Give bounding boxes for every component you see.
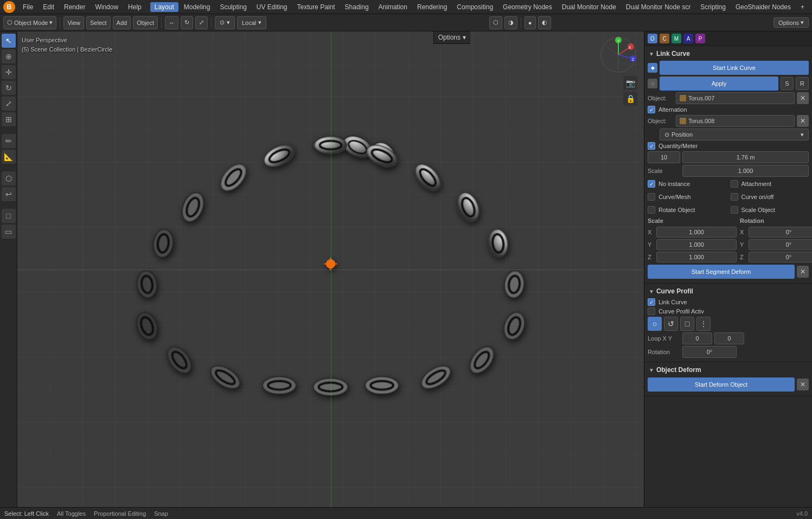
material-shade-btn[interactable]: ◐ <box>538 16 551 29</box>
start-deform-object-btn[interactable]: Start Deform Object <box>648 377 795 392</box>
object1-clear-btn[interactable]: ✕ <box>797 92 809 104</box>
custom-shape-btn[interactable]: ⋮ <box>696 317 711 331</box>
pivot-dropdown[interactable]: ⊙ ▾ <box>215 16 235 29</box>
attachment-checkbox[interactable] <box>731 180 738 188</box>
panel-icon-constraint[interactable]: C <box>660 34 669 43</box>
quantity-meter-checkbox[interactable]: ✓ <box>648 142 655 150</box>
transform-tool[interactable]: ⊞ <box>2 112 16 126</box>
viewport-options-btn[interactable]: Options ▾ <box>433 31 470 44</box>
curve-profil-activ-checkbox[interactable] <box>648 307 655 315</box>
tab-dual-monitor-scr[interactable]: Dual Monitor Node scr <box>622 2 695 12</box>
meter-input[interactable] <box>682 151 809 163</box>
zoom-camera-icon[interactable]: 📷 <box>623 76 637 90</box>
loop-y-input[interactable] <box>714 332 744 344</box>
panel-icon-particles[interactable]: P <box>695 34 705 43</box>
panel-icon-active[interactable]: A <box>683 34 693 43</box>
tab-sculpting[interactable]: Sculpting <box>215 2 251 12</box>
rotate-btn[interactable]: ↻ <box>181 16 193 29</box>
tab-animation[interactable]: Animation <box>374 2 412 12</box>
overlay-toggle[interactable]: ⬡ <box>489 16 502 29</box>
scale-object-checkbox[interactable] <box>731 206 738 214</box>
move-tool[interactable]: ✛ <box>2 65 16 79</box>
apply-s-btn[interactable]: S <box>781 77 794 90</box>
apply-btn[interactable]: Apply <box>660 76 778 91</box>
curve-profil-header[interactable]: ▼ Curve Profil <box>648 286 809 297</box>
panel-icon-modifier[interactable]: M <box>672 34 681 43</box>
object-deform-header[interactable]: ▼ Object Deform <box>648 364 809 375</box>
tab-rendering[interactable]: Rendering <box>413 2 451 12</box>
options-btn[interactable]: Options ▾ <box>773 17 809 28</box>
lock-camera-icon[interactable]: 🔒 <box>623 92 637 106</box>
add-object-tool[interactable]: ⬡ <box>2 171 16 185</box>
annotate-tool[interactable]: ✏ <box>2 134 16 148</box>
no-instance-checkbox[interactable]: ✓ <box>648 180 655 188</box>
tab-layout[interactable]: Layout <box>150 2 178 12</box>
rotation-loop-input[interactable] <box>682 346 737 358</box>
rotate-object-checkbox[interactable] <box>648 206 655 214</box>
rotate-tool[interactable]: ↻ <box>2 81 16 95</box>
select-menu[interactable]: Select <box>86 16 111 29</box>
cursor-tool[interactable]: ⊕ <box>2 49 16 63</box>
object2-value-field[interactable]: Torus.008 <box>676 115 795 127</box>
navigation-gizmo[interactable]: X Y Z <box>599 36 637 74</box>
tab-scripting[interactable]: Scripting <box>696 2 730 12</box>
add-menu[interactable]: Add <box>113 16 131 29</box>
square-shape-btn[interactable]: □ <box>680 317 694 331</box>
transform-space-dropdown[interactable]: Local ▾ <box>237 16 266 29</box>
scale-y-input[interactable] <box>656 239 737 250</box>
transform-btn[interactable]: ↔ <box>165 16 178 29</box>
arc-shape-btn[interactable]: ↺ <box>664 317 678 331</box>
tab-shading[interactable]: Shading <box>341 2 373 12</box>
select-tool[interactable]: ↖ <box>2 34 16 48</box>
curve-mesh-checkbox[interactable] <box>648 193 655 201</box>
scale-btn[interactable]: ⤢ <box>195 16 208 29</box>
link-curve-header[interactable]: ▼ Link Curve <box>648 48 809 59</box>
history-tool[interactable]: ↩ <box>2 187 16 201</box>
apply-r-btn[interactable]: R <box>796 77 809 90</box>
viewport[interactable]: User Perspective (5) Scene Collection | … <box>17 31 644 507</box>
scale-tool[interactable]: ⤢ <box>2 97 16 111</box>
curve-on-off-checkbox[interactable] <box>731 193 738 201</box>
shape-icons-row: ○ ↺ □ ⋮ <box>648 317 809 331</box>
start-segment-deform-btn[interactable]: Start Segment Deform <box>648 265 795 279</box>
tab-geoshaider[interactable]: GeoShaider Nodes <box>731 2 795 12</box>
tab-modeling[interactable]: Modeling <box>180 2 215 12</box>
extra-tool1[interactable]: □ <box>2 209 16 223</box>
menu-edit[interactable]: Edit <box>39 2 59 12</box>
tab-geometry-nodes[interactable]: Geometry Nodes <box>498 2 557 12</box>
view-menu[interactable]: View <box>63 16 84 29</box>
tab-compositing[interactable]: Compositing <box>452 2 497 12</box>
solid-shade-btn[interactable]: ● <box>525 16 536 29</box>
tab-dual-monitor-node[interactable]: Dual Monitor Node <box>558 2 621 12</box>
extra-tool2[interactable]: ▭ <box>2 225 16 239</box>
panel-icon-object[interactable]: O <box>648 34 657 43</box>
scale-z-input[interactable] <box>656 252 737 262</box>
rot-x-input[interactable] <box>749 227 812 238</box>
menu-window[interactable]: Window <box>91 2 123 12</box>
segment-deform-clear-btn[interactable]: ✕ <box>797 266 809 278</box>
measure-tool[interactable]: 📐 <box>2 150 16 164</box>
rot-y-input[interactable] <box>749 239 812 250</box>
scale-input[interactable] <box>682 165 809 177</box>
scale-x-input[interactable] <box>656 227 737 238</box>
position-dropdown[interactable]: ⊙ Position ▾ <box>660 129 809 140</box>
object1-value-field[interactable]: Torus.007 <box>676 92 795 104</box>
loop-x-input[interactable] <box>682 332 712 344</box>
rot-z-input[interactable] <box>749 252 812 262</box>
tab-add-workspace[interactable]: + <box>796 2 809 12</box>
deform-object-clear-btn[interactable]: ✕ <box>797 379 809 390</box>
xray-toggle[interactable]: ◑ <box>504 16 517 29</box>
mode-selector[interactable]: ⬡ Object Mode ▾ <box>3 16 56 29</box>
object-menu[interactable]: Object <box>133 16 158 29</box>
menu-help[interactable]: Help <box>124 2 146 12</box>
menu-file[interactable]: File <box>18 2 37 12</box>
menu-render[interactable]: Render <box>60 2 89 12</box>
tab-uv-editing[interactable]: UV Editing <box>252 2 292 12</box>
link-curve-check-checkbox[interactable]: ✓ <box>648 298 655 306</box>
tab-texture-paint[interactable]: Texture Paint <box>293 2 340 12</box>
object2-clear-btn[interactable]: ✕ <box>797 115 809 127</box>
quantity-input[interactable] <box>648 151 680 163</box>
circle-shape-btn[interactable]: ○ <box>648 317 662 331</box>
alternation-checkbox[interactable]: ✓ <box>648 106 655 113</box>
start-link-curve-btn[interactable]: Start Link Curve <box>660 61 809 75</box>
